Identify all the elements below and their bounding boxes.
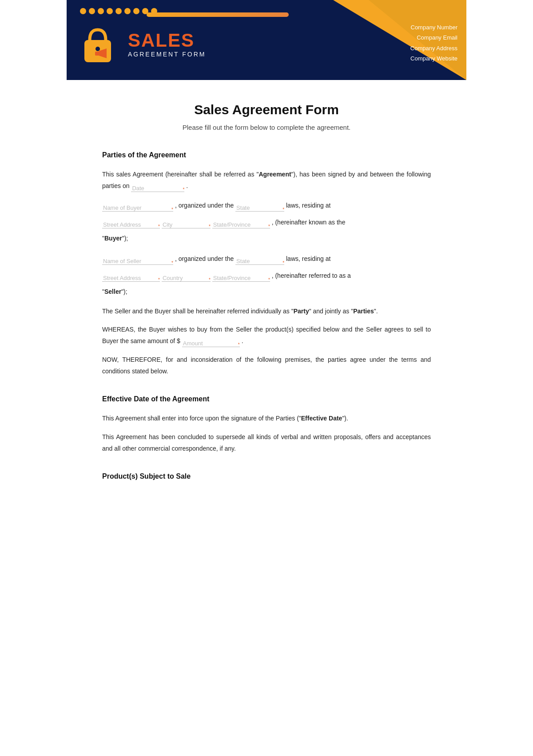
amount-input[interactable] bbox=[182, 340, 240, 347]
section1-title: Parties of the Agreement bbox=[102, 151, 431, 159]
seller-line2: * * * , (hereinafter referred to as a bbox=[102, 269, 431, 282]
date-input[interactable] bbox=[131, 185, 184, 192]
buyer-street-input[interactable] bbox=[102, 221, 160, 228]
buyer-line1: * , organized under the * laws, residing… bbox=[102, 199, 431, 212]
seller-street-input[interactable] bbox=[102, 275, 160, 282]
company-number: Company Number bbox=[410, 22, 457, 32]
buyer-name-wrap: * bbox=[102, 204, 173, 212]
para1-text-c: . bbox=[186, 182, 188, 189]
buyer-state-star: * bbox=[282, 205, 284, 214]
amount-field-wrap: * bbox=[182, 340, 240, 347]
buyer-state-province-wrap: * bbox=[212, 221, 270, 228]
logo-text: SALES AGREEMENT FORM bbox=[128, 31, 206, 58]
party-paragraph: The Seller and the Buyer shall be herein… bbox=[102, 306, 431, 317]
buyer-state-wrap: * bbox=[235, 204, 284, 212]
seller-text-c: , (hereinafter referred to as a bbox=[272, 272, 351, 279]
seller-country-star: * bbox=[209, 276, 211, 284]
therefore-paragraph: NOW, THEREFORE, for and inconsideration … bbox=[102, 354, 431, 377]
header-bar bbox=[147, 12, 289, 17]
section3-title: Product(s) Subject to Sale bbox=[102, 472, 431, 480]
seller-name-input[interactable] bbox=[102, 258, 173, 265]
date-field-wrap: * bbox=[131, 185, 184, 192]
header-logo: SALES AGREEMENT FORM bbox=[80, 24, 206, 64]
section1: Parties of the Agreement bbox=[102, 151, 431, 159]
seller-block: * , organized under the * laws, residing… bbox=[102, 252, 431, 298]
buyer-text-a: , organized under the bbox=[175, 202, 234, 209]
page-header: SALES AGREEMENT FORM Company Number Comp… bbox=[67, 0, 466, 80]
seller-line1: * , organized under the * laws, residing… bbox=[102, 252, 431, 265]
seller-label: "Seller"); bbox=[102, 286, 431, 298]
whereas-paragraph: WHEREAS, the Buyer wishes to buy from th… bbox=[102, 324, 431, 347]
seller-name-wrap: * bbox=[102, 258, 173, 265]
intro-paragraph: This sales Agreement (hereinafter shall … bbox=[102, 169, 431, 192]
buyer-city-star: * bbox=[209, 222, 211, 231]
seller-state-province-wrap: * bbox=[212, 275, 270, 282]
section2-p1: This Agreement shall enter into force up… bbox=[102, 413, 431, 424]
buyer-name-star: * bbox=[171, 205, 173, 214]
seller-country-wrap: * bbox=[162, 275, 211, 282]
section2-title: Effective Date of the Agreement bbox=[102, 395, 431, 403]
buyer-label: "Buyer"); bbox=[102, 233, 431, 244]
form-title: Sales Agreement Form bbox=[102, 102, 431, 117]
svg-point-1 bbox=[95, 47, 100, 51]
buyer-city-wrap: * bbox=[162, 221, 211, 228]
form-content: Sales Agreement Form Please fill out the… bbox=[67, 80, 466, 512]
seller-text-a: , organized under the bbox=[175, 255, 234, 262]
seller-text-b: laws, residing at bbox=[286, 255, 330, 262]
buyer-line2: * * * , (hereinafter known as the bbox=[102, 216, 431, 228]
form-subtitle: Please fill out the form below to comple… bbox=[102, 124, 431, 131]
para1-text-a: This sales Agreement (hereinafter shall … bbox=[102, 171, 259, 178]
buyer-state-input[interactable] bbox=[235, 204, 284, 212]
buyer-name-input[interactable] bbox=[102, 204, 173, 212]
buyer-street-wrap: * bbox=[102, 221, 160, 228]
para1-agreement: Agreement bbox=[259, 171, 291, 178]
company-website: Company Website bbox=[410, 53, 457, 64]
svg-rect-3 bbox=[95, 52, 99, 56]
seller-state-input[interactable] bbox=[235, 258, 284, 265]
buyer-block: * , organized under the * laws, residing… bbox=[102, 199, 431, 244]
section2-p2: This Agreement has been concluded to sup… bbox=[102, 432, 431, 455]
seller-name-star: * bbox=[171, 259, 173, 268]
buyer-state-province-input[interactable] bbox=[212, 221, 270, 228]
company-info: Company Number Company Email Company Add… bbox=[410, 22, 457, 64]
seller-state-wrap: * bbox=[235, 258, 284, 265]
logo-sales-text: SALES bbox=[128, 31, 206, 50]
seller-state-province-input[interactable] bbox=[212, 275, 270, 282]
logo-icon bbox=[80, 24, 120, 64]
buyer-street-star: * bbox=[158, 222, 160, 231]
section2: Effective Date of the Agreement bbox=[102, 395, 431, 403]
seller-country-input[interactable] bbox=[162, 275, 211, 282]
company-email: Company Email bbox=[410, 32, 457, 43]
section3: Product(s) Subject to Sale bbox=[102, 472, 431, 480]
whereas-text-a: WHEREAS, the Buyer wishes to buy from th… bbox=[102, 326, 431, 344]
seller-state-star: * bbox=[282, 259, 284, 268]
company-address: Company Address bbox=[410, 43, 457, 53]
seller-state-province-star: * bbox=[268, 276, 270, 284]
amount-star: * bbox=[238, 341, 240, 349]
date-required-star: * bbox=[183, 186, 184, 194]
logo-agreement-text: AGREEMENT FORM bbox=[128, 51, 206, 58]
seller-street-wrap: * bbox=[102, 275, 160, 282]
header-dots bbox=[80, 8, 157, 14]
buyer-text-c: , (hereinafter known as the bbox=[272, 219, 346, 226]
seller-street-star: * bbox=[158, 276, 160, 284]
buyer-state-province-star: * bbox=[268, 222, 270, 231]
buyer-text-b: laws, residing at bbox=[286, 202, 330, 209]
whereas-text-b: . bbox=[242, 337, 243, 344]
buyer-city-input[interactable] bbox=[162, 221, 211, 228]
